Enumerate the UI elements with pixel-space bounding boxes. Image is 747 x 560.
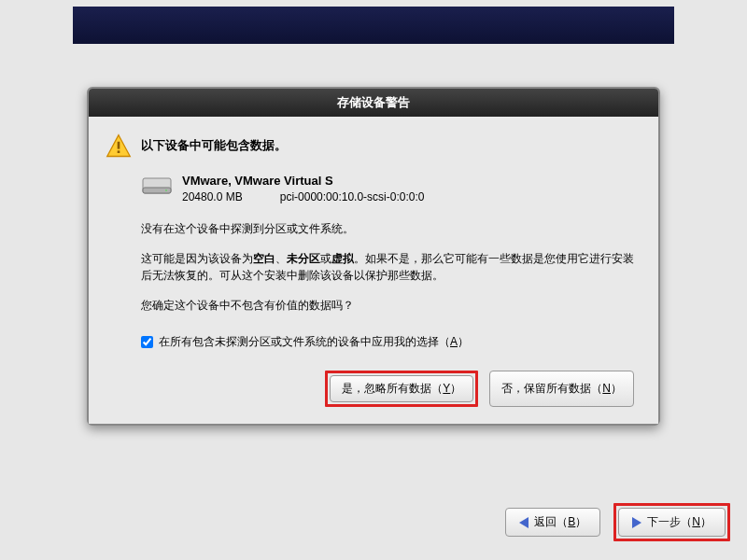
device-name: VMware, VMware Virtual S	[182, 173, 424, 189]
back-button[interactable]: 返回（B）	[505, 508, 600, 537]
cb-key: A	[450, 335, 458, 348]
paragraph-1: 没有在这个设备中探测到分区或文件系统。	[141, 220, 638, 237]
svg-rect-2	[118, 150, 120, 153]
p2-blank: 空白	[253, 252, 275, 265]
arrow-right-icon	[632, 517, 641, 528]
disk-icon	[141, 173, 173, 197]
apply-all-label[interactable]: 在所有包含未探测分区或文件系统的设备中应用我的选择（A）	[159, 334, 469, 350]
apply-all-checkbox-row: 在所有包含未探测分区或文件系统的设备中应用我的选择（A）	[141, 334, 638, 350]
p2-unpart: 未分区	[287, 252, 320, 265]
device-path: pci-0000:00:10.0-scsi-0:0:0:0	[280, 190, 425, 203]
yes-discard-button[interactable]: 是，忽略所有数据（Y）	[330, 375, 473, 402]
p2-virtual: 虚拟	[331, 252, 354, 265]
device-row: VMware, VMware Virtual S 20480.0 MBpci-0…	[141, 173, 638, 205]
cb-a: 在所有包含未探测分区或文件系统的设备中应用我的选择（	[159, 335, 450, 348]
top-banner	[73, 7, 674, 44]
arrow-left-icon	[519, 517, 529, 528]
footer-buttons: 返回（B） 下一步（N）	[505, 503, 730, 541]
next-label: 下一步（N）	[647, 514, 712, 530]
p2-s1: 、	[275, 252, 287, 265]
dialog-header-text: 以下设备中可能包含数据。	[141, 133, 287, 154]
device-size: 20480.0 MB	[182, 189, 243, 205]
cb-b: ）	[458, 335, 469, 348]
device-info: VMware, VMware Virtual S 20480.0 MBpci-0…	[182, 173, 424, 205]
svg-rect-1	[118, 142, 120, 149]
highlight-next: 下一步（N）	[613, 503, 730, 541]
no-key: N	[602, 382, 611, 395]
paragraph-3: 您确定这个设备中不包含有价值的数据吗？	[141, 297, 638, 314]
dialog-title: 存储设备警告	[89, 89, 658, 117]
no-a: 否，保留所有数据（	[501, 382, 602, 395]
dialog-body: 以下设备中可能包含数据。 VMware, VMware Virtual S 20…	[89, 117, 658, 424]
dialog-button-row: 是，忽略所有数据（Y） 否，保留所有数据（N）	[106, 371, 638, 407]
svg-point-5	[165, 189, 167, 191]
p2-a: 这可能是因为该设备为	[141, 252, 253, 265]
storage-warning-dialog: 存储设备警告 以下设备中可能包含数据。 VMware, VMware Virtu…	[87, 87, 660, 426]
apply-all-checkbox[interactable]	[141, 336, 153, 348]
paragraph-2: 这可能是因为该设备为空白、未分区或虚拟。如果不是，那么它可能有一些数据是您使用它…	[141, 250, 638, 284]
next-key: N	[692, 515, 700, 528]
next-a: 下一步（	[647, 515, 692, 528]
device-details: 20480.0 MBpci-0000:00:10.0-scsi-0:0:0:0	[182, 189, 424, 205]
dialog-header-row: 以下设备中可能包含数据。	[106, 133, 638, 160]
back-a: 返回（	[534, 515, 568, 528]
back-label: 返回（B）	[534, 514, 586, 530]
back-b: ）	[575, 515, 586, 528]
next-b: ）	[700, 515, 712, 528]
p2-s2: 或	[320, 252, 331, 265]
yes-a: 是，忽略所有数据（	[342, 382, 443, 395]
no-b: ）	[611, 382, 622, 395]
next-button[interactable]: 下一步（N）	[618, 508, 726, 537]
highlight-yes: 是，忽略所有数据（Y）	[325, 371, 478, 407]
no-keep-button[interactable]: 否，保留所有数据（N）	[489, 371, 634, 407]
yes-b: ）	[450, 382, 461, 395]
warning-icon	[106, 133, 132, 160]
